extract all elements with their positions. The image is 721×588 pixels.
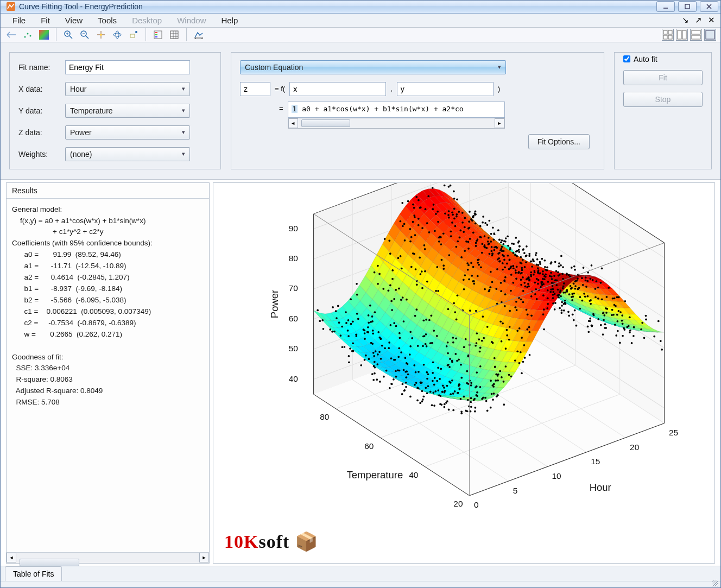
equation-body-input[interactable]: 1 a0 + a1*cos(w*x) + b1*sin(w*x) + a2*co [288,102,505,118]
svg-point-1207 [372,332,374,334]
arrow-left-icon[interactable] [5,28,18,41]
svg-point-912 [449,358,451,360]
layout-vsplit-icon[interactable] [690,29,702,41]
menu-tools[interactable]: Tools [90,14,124,27]
svg-point-1690 [490,406,492,408]
scroll-left-icon[interactable]: ◄ [288,118,298,128]
svg-point-1081 [633,335,635,337]
svg-point-986 [384,238,386,240]
layout-2x2-icon[interactable] [662,29,674,41]
svg-point-1459 [543,308,545,311]
svg-point-1171 [403,223,406,225]
svg-point-1715 [460,410,463,413]
menu-fit[interactable]: Fit [33,14,58,27]
svg-point-948 [421,390,423,392]
fitname-input[interactable] [65,60,190,74]
svg-point-1289 [518,362,521,364]
svg-point-1703 [423,335,426,337]
layout-hsplit-icon[interactable] [676,29,688,41]
svg-point-1763 [518,245,521,248]
legend-icon[interactable] [151,28,165,41]
data-cursor-icon[interactable] [127,28,140,41]
svg-point-1463 [459,387,461,389]
layout-single-icon[interactable] [704,29,716,41]
svg-point-1648 [458,211,460,213]
menu-help[interactable]: Help [214,14,246,27]
pan-icon[interactable] [94,28,107,41]
scroll-right-icon[interactable]: ► [199,553,209,562]
svg-point-920 [461,222,464,224]
menu-view[interactable]: View [58,14,90,27]
equation-hscroll[interactable]: ◄ ► [288,118,505,129]
menu-desktop[interactable]: Desktop [124,14,169,27]
svg-point-1744 [375,350,377,352]
tab-table-of-fits[interactable]: Table of Fits [5,566,62,581]
scroll-right-icon[interactable]: ► [495,118,504,128]
dock-icon[interactable]: ↗ [693,15,703,25]
colormap-icon[interactable] [37,28,50,41]
zoom-out-icon[interactable] [78,28,91,41]
svg-point-1745 [516,250,518,252]
plot-points-icon[interactable] [21,28,34,41]
zdata-combo[interactable]: Power [65,125,190,140]
svg-point-1605 [510,265,513,268]
var1-input[interactable] [289,82,386,96]
svg-point-1663 [404,370,407,372]
svg-point-1237 [347,335,350,337]
svg-point-1005 [490,241,492,243]
zoom-in-icon[interactable] [62,28,75,41]
svg-point-1498 [448,381,451,383]
results-hscroll[interactable]: ◄ ► [7,552,209,563]
svg-line-8 [69,36,72,39]
svg-point-1769 [448,210,450,212]
svg-point-1722 [515,300,517,302]
svg-point-1041 [452,393,454,395]
svg-point-1416 [641,321,643,324]
svg-point-1578 [433,391,435,394]
autofit-checkbox[interactable]: Auto fit [623,55,703,64]
scroll-left-icon[interactable]: ◄ [7,553,16,562]
svg-point-1616 [574,309,576,311]
close-button[interactable] [700,1,718,12]
titlebar: Curve Fitting Tool - EnergyPrediction [1,1,720,14]
svg-point-951 [522,290,524,292]
svg-point-1342 [568,274,570,276]
ydata-combo[interactable]: Temperature [65,104,190,118]
fit-button[interactable]: Fit [623,70,703,85]
svg-point-1477 [542,273,544,275]
svg-point-921 [604,323,606,325]
svg-point-929 [415,382,418,384]
bottom-tabs: Table of Fits [1,566,720,581]
svg-point-1183 [380,358,382,360]
surface-plot[interactable]: 405060708090Power0510152025Hour20406080T… [213,182,715,564]
stop-button[interactable]: Stop [623,92,703,107]
fit-type-combo[interactable]: Custom Equation [240,60,506,74]
rotate3d-icon[interactable] [111,28,124,41]
minimize-button[interactable] [656,1,675,12]
svg-point-1780 [528,279,530,281]
close-pane-icon[interactable]: ✕ [706,15,716,25]
xdata-combo[interactable]: Hour [65,82,190,96]
svg-point-1724 [490,270,492,273]
svg-point-908 [402,296,404,299]
fit-options-button[interactable]: Fit Options... [528,134,590,149]
undock-icon[interactable]: ↘ [680,15,690,25]
menu-window[interactable]: Window [169,14,213,27]
svg-point-1079 [619,342,621,344]
svg-line-12 [86,36,88,39]
var2-input[interactable] [397,82,494,96]
grid-icon[interactable] [168,28,181,41]
svg-point-1768 [360,364,362,366]
weights-combo[interactable]: (none) [65,147,190,161]
svg-point-1326 [453,198,456,200]
svg-point-1162 [520,272,522,274]
lhs-var-input[interactable] [240,82,270,96]
svg-point-1374 [533,260,535,262]
axes-limits-icon[interactable] [192,28,205,41]
svg-point-1525 [331,331,333,333]
svg-point-1322 [555,270,558,272]
svg-point-1504 [544,265,546,268]
svg-point-1431 [486,326,489,328]
menu-file[interactable]: File [5,14,33,27]
maximize-button[interactable] [678,1,697,12]
